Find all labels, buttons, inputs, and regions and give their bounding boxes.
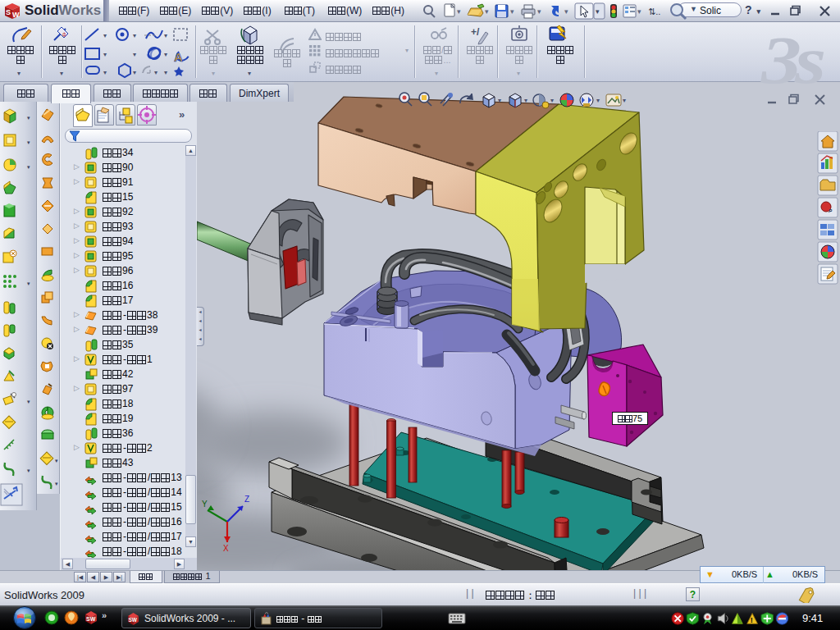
svg-text:▾: ▾ [596, 97, 600, 104]
svg-text:!: ! [751, 616, 753, 624]
svg-text:▾: ▾ [133, 69, 136, 76]
svg-text:▾: ▾ [485, 7, 489, 16]
svg-text:Z: Z [244, 495, 249, 504]
svg-text:SW: SW [86, 616, 96, 622]
svg-text:X: X [223, 544, 229, 553]
svg-text:▾: ▾ [133, 32, 136, 39]
svg-text:▾: ▾ [596, 7, 600, 16]
svg-text:▾: ▾ [133, 51, 136, 58]
svg-text:▾: ▾ [27, 399, 30, 404]
svg-text:▾: ▾ [27, 468, 30, 473]
svg-text:▾: ▾ [537, 7, 541, 16]
svg-text:▾: ▾ [27, 115, 30, 121]
svg-text:▾: ▾ [550, 97, 554, 104]
svg-text:▾: ▾ [164, 51, 167, 58]
svg-text:▾: ▾ [498, 97, 501, 104]
svg-text:▾: ▾ [164, 32, 167, 39]
svg-text:▾: ▾ [27, 139, 30, 145]
svg-text:▾: ▾ [27, 281, 30, 286]
svg-text:+/: +/ [471, 26, 480, 38]
svg-text:Y: Y [202, 500, 208, 509]
svg-text:W: W [12, 11, 20, 19]
svg-text:▾: ▾ [510, 7, 514, 16]
svg-text:▾: ▾ [524, 97, 527, 104]
svg-text:▾: ▾ [457, 7, 461, 16]
svg-text:⇅..: ⇅.. [648, 7, 660, 16]
svg-text:▾: ▾ [27, 164, 30, 170]
svg-text:▾: ▾ [55, 458, 58, 463]
svg-text:SW: SW [129, 617, 138, 623]
svg-text:S: S [6, 8, 11, 16]
svg-text:▾: ▾ [154, 69, 158, 76]
svg-text:»: » [102, 610, 107, 620]
svg-text:▾: ▾ [623, 97, 626, 104]
svg-text:▾: ▾ [164, 69, 167, 76]
svg-text:A: A [174, 50, 183, 64]
svg-text:▾: ▾ [564, 7, 568, 16]
svg-text:▾: ▾ [103, 69, 107, 76]
svg-text:▾: ▾ [103, 51, 107, 58]
svg-text:⌕: ⌕ [828, 206, 833, 214]
svg-text:▾: ▾ [55, 481, 58, 486]
svg-text:▾: ▾ [103, 32, 107, 39]
svg-text:▾: ▾ [637, 7, 641, 16]
